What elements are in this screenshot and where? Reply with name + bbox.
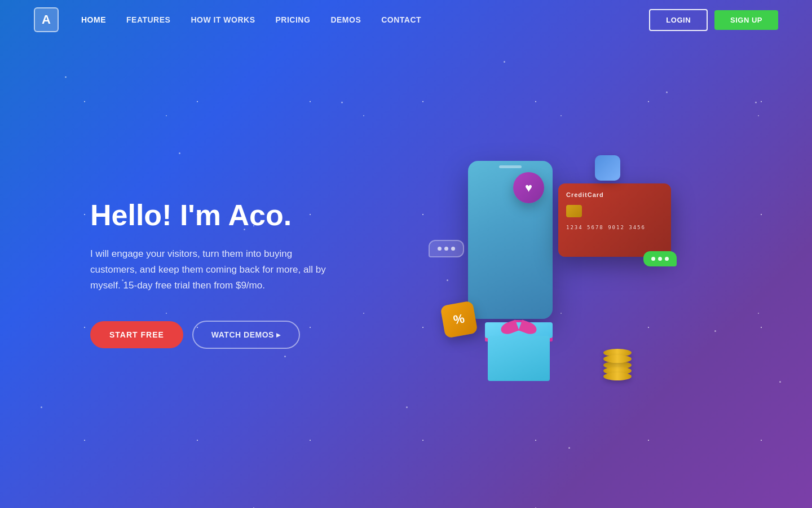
- chat-bubble-right: [643, 251, 677, 266]
- nav-pricing[interactable]: PRICING: [276, 15, 311, 24]
- blue-square-decoration: [595, 155, 620, 181]
- coins-illustration: [603, 350, 632, 378]
- bubble-dot-3: [451, 247, 455, 251]
- coin-2: [603, 355, 632, 363]
- percent-bubble: %: [440, 300, 478, 338]
- logo-icon: A: [34, 7, 59, 32]
- bubble-dot-w2: [658, 257, 662, 261]
- hero-text: Hello! I'm Aco. I will engage your visit…: [90, 199, 372, 349]
- chat-bubble-left: [429, 240, 464, 257]
- bubble-dot-1: [438, 247, 442, 251]
- hero-subtitle: I will engage your visitors, turn them i…: [90, 246, 327, 294]
- start-free-button[interactable]: START FREE: [90, 321, 183, 348]
- hero-buttons: START FREE WATCH DEMOS ▸: [90, 321, 372, 349]
- logo[interactable]: A: [34, 7, 59, 32]
- nav-demos[interactable]: DEMOS: [330, 15, 361, 24]
- nav-contact[interactable]: CONTACT: [381, 15, 421, 24]
- hero-content: Hello! I'm Aco. I will engage your visit…: [0, 40, 812, 508]
- percent-icon: %: [452, 311, 466, 327]
- hero-section: A HOME FEATURES HOW IT WORKS PRICING DEM…: [0, 0, 812, 508]
- nav-features[interactable]: FEATURES: [126, 15, 170, 24]
- nav-how-it-works[interactable]: HOW IT WORKS: [191, 15, 255, 24]
- bubble-dot-w3: [665, 257, 669, 261]
- nav-home[interactable]: HOME: [81, 15, 106, 24]
- illustration-wrapper: CreditCard 1234 5678 9012 3456 ♥: [412, 138, 682, 409]
- watch-demos-button[interactable]: WATCH DEMOS ▸: [192, 321, 300, 349]
- gift-box-illustration: [485, 319, 553, 381]
- navbar: A HOME FEATURES HOW IT WORKS PRICING DEM…: [0, 0, 812, 40]
- card-number: 1234 5678 9012 3456: [566, 223, 663, 232]
- gift-base: [488, 336, 550, 381]
- heart-icon: ♥: [525, 181, 532, 195]
- signup-button[interactable]: SIGN UP: [714, 10, 778, 30]
- nav-links: HOME FEATURES HOW IT WORKS PRICING DEMOS…: [81, 15, 649, 24]
- login-button[interactable]: LOGIN: [649, 9, 708, 31]
- nav-actions: LOGIN SIGN UP: [649, 9, 778, 31]
- heart-bubble: ♥: [513, 172, 544, 203]
- credit-card-illustration: CreditCard 1234 5678 9012 3456: [558, 183, 671, 257]
- card-chip: [566, 205, 582, 217]
- hero-illustration: CreditCard 1234 5678 9012 3456 ♥: [372, 138, 722, 409]
- bubble-dot-w1: [651, 257, 655, 261]
- coin-5: [603, 373, 632, 380]
- hero-title: Hello! I'm Aco.: [90, 199, 372, 233]
- bubble-dot-2: [444, 247, 448, 251]
- card-title: CreditCard: [566, 191, 663, 198]
